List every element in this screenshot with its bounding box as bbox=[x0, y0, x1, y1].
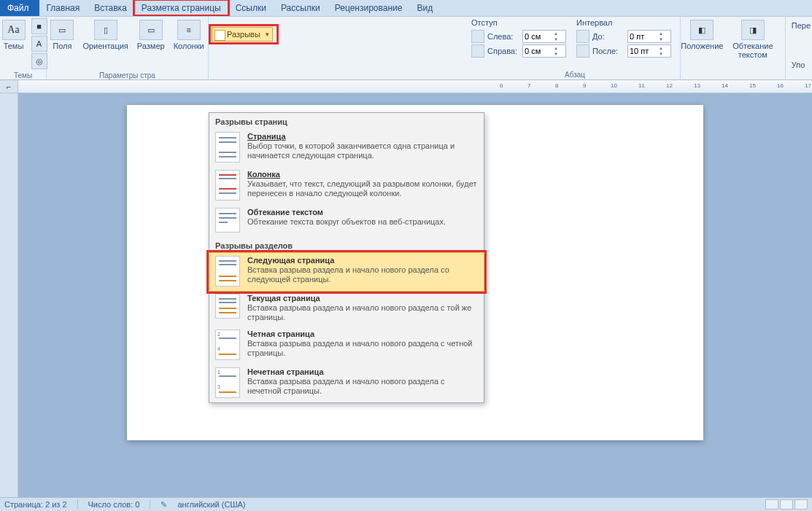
status-words[interactable]: Число слов: 0 bbox=[88, 500, 140, 509]
status-language[interactable]: английский (США) bbox=[177, 500, 245, 509]
indent-left-label: Слева: bbox=[487, 32, 519, 41]
indent-left-icon bbox=[471, 30, 484, 43]
indent-right-icon bbox=[471, 44, 484, 58]
tab-file[interactable]: Файл bbox=[0, 0, 39, 16]
continuous-section-icon bbox=[215, 294, 240, 319]
view-fullscreen[interactable] bbox=[780, 499, 793, 510]
tab-insert[interactable]: Вставка bbox=[87, 0, 134, 16]
ruler-tick: 13 bbox=[694, 82, 700, 89]
indent-right-label: Справа: bbox=[487, 47, 519, 55]
dd-page-break[interactable]: Страница Выбор точки, в которой заканчив… bbox=[209, 129, 484, 167]
orientation-icon: ▯ bbox=[94, 20, 117, 40]
spellcheck-icon[interactable]: ✎ bbox=[161, 500, 167, 510]
even-page-section-icon: 24 bbox=[215, 329, 240, 360]
tab-page-layout[interactable]: Разметка страницы bbox=[134, 0, 228, 16]
status-page[interactable]: Страница: 2 из 2 bbox=[4, 500, 67, 509]
dd-column-desc: Указывает, что текст, следующий за разры… bbox=[247, 179, 478, 198]
ruler-tick: 17 bbox=[805, 82, 811, 89]
spacing-before-input[interactable]: ▲▼ bbox=[627, 30, 671, 43]
spacing-after-label: После: bbox=[592, 47, 625, 55]
position-label: Положение bbox=[681, 42, 723, 50]
indent-header: Отступ bbox=[471, 18, 573, 27]
breaks-dropdown: Разрывы страниц Страница Выбор точки, в … bbox=[209, 112, 484, 403]
tab-strip: Файл Главная Вставка Разметка страницы С… bbox=[0, 0, 812, 16]
dd-even-desc: Вставка разрыва раздела и начало нового … bbox=[247, 339, 478, 358]
dd-cont-title: Текущая страница bbox=[247, 294, 478, 303]
dd-text-wrap-break[interactable]: Обтекание текстом Обтекание текста вокру… bbox=[209, 205, 484, 237]
tab-mailings[interactable]: Рассылки bbox=[274, 0, 328, 16]
position-button[interactable]: ◧Положение bbox=[684, 18, 721, 52]
dd-page-title: Страница bbox=[247, 132, 478, 141]
size-label: Размер bbox=[137, 42, 165, 50]
margins-button[interactable]: ▭Поля bbox=[47, 18, 77, 52]
dd-wrap-title: Обтекание текстом bbox=[247, 208, 478, 217]
ruler-tick: 14 bbox=[722, 82, 728, 89]
tab-links[interactable]: Ссылки bbox=[228, 0, 274, 16]
dd-next-desc: Вставка разрыва раздела и начало нового … bbox=[247, 265, 478, 284]
spacing-before-label: До: bbox=[592, 32, 625, 41]
ruler-corner: ⌐ bbox=[0, 80, 18, 93]
columns-icon: ≡ bbox=[177, 20, 201, 40]
dd-odd-desc: Вставка разрыва раздела и начало нового … bbox=[247, 377, 478, 396]
breaks-button[interactable]: Разрывы bbox=[212, 27, 273, 42]
text-wrap-break-icon bbox=[215, 208, 240, 233]
view-print-layout[interactable] bbox=[765, 499, 778, 510]
dd-wrap-desc: Обтекание текста вокруг объектов на веб-… bbox=[247, 217, 478, 227]
columns-button[interactable]: ≡Колонки bbox=[171, 18, 207, 52]
page-setup-group-label: Параметры стра bbox=[99, 71, 155, 81]
ruler-tick: 8 bbox=[555, 82, 558, 89]
orientation-button[interactable]: ▯Ориентация bbox=[80, 18, 131, 52]
margins-label: Поля bbox=[53, 42, 71, 50]
dd-header-sections: Разрывы разделов bbox=[209, 237, 484, 253]
position-icon: ◧ bbox=[690, 20, 714, 40]
column-break-icon bbox=[215, 170, 240, 200]
ruler-tick: 9 bbox=[583, 82, 586, 89]
dd-cont-desc: Вставка разрыва раздела и начало нового … bbox=[247, 303, 478, 322]
status-bar: Страница: 2 из 2 Число слов: 0 ✎ английс… bbox=[0, 497, 812, 511]
ruler-tick: 15 bbox=[749, 82, 756, 89]
ruler-tick: 16 bbox=[777, 82, 784, 89]
colors-icon[interactable]: ■ bbox=[31, 18, 47, 34]
ruler-horizontal: ⌐ 67891011121314151617 bbox=[0, 80, 812, 93]
arrange-truncated: Упо bbox=[792, 61, 805, 69]
indent-left-input[interactable]: ▲▼ bbox=[522, 30, 566, 43]
dd-column-title: Колонка bbox=[247, 170, 478, 179]
ruler-vertical bbox=[0, 93, 18, 497]
odd-page-section-icon: 13 bbox=[215, 367, 240, 398]
dd-even-page-section[interactable]: 24 Четная страница Вставка разрыва разде… bbox=[209, 327, 484, 364]
themes-icon: Aa bbox=[2, 20, 26, 40]
next-page-section-icon bbox=[215, 256, 240, 286]
dd-continuous-section[interactable]: Текущая страница Вставка разрыва раздела… bbox=[209, 291, 484, 327]
wrap-text-button[interactable]: ◨Обтекание текстом bbox=[724, 18, 782, 61]
themes-group-label: Темы bbox=[14, 71, 32, 81]
dd-odd-title: Нечетная страница bbox=[247, 367, 478, 376]
dd-column-break[interactable]: Колонка Указывает, что текст, следующий … bbox=[209, 167, 484, 205]
fonts-icon[interactable]: A bbox=[31, 36, 47, 52]
margins-icon: ▭ bbox=[50, 20, 74, 40]
dd-next-page-section[interactable]: Следующая страница Вставка разрыва разде… bbox=[209, 252, 484, 292]
themes-label: Темы bbox=[4, 42, 24, 50]
tab-review[interactable]: Рецензирование bbox=[328, 0, 410, 16]
paragraph-group-label: Абзац bbox=[471, 71, 678, 79]
dd-odd-page-section[interactable]: 13 Нечетная страница Вставка разрыва раз… bbox=[209, 364, 484, 402]
ruler-tick: 6 bbox=[500, 82, 503, 89]
ruler-tick: 12 bbox=[666, 82, 673, 89]
size-button[interactable]: ▭Размер bbox=[134, 18, 168, 52]
page-break-icon bbox=[215, 132, 240, 163]
workspace: Разрывы страниц Страница Выбор точки, в … bbox=[0, 93, 812, 497]
bring-forward-truncated[interactable]: Пере bbox=[792, 21, 811, 30]
view-web[interactable] bbox=[794, 499, 808, 510]
spacing-after-input[interactable]: ▲▼ bbox=[627, 44, 671, 58]
dd-even-title: Четная страница bbox=[247, 329, 478, 338]
indent-right-input[interactable]: ▲▼ bbox=[522, 44, 566, 58]
ruler-tick: 7 bbox=[527, 82, 530, 89]
themes-button[interactable]: Aa Темы bbox=[0, 18, 28, 52]
wrap-text-icon: ◨ bbox=[741, 20, 765, 40]
spacing-header: Интервал bbox=[576, 18, 678, 27]
effects-icon[interactable]: ◎ bbox=[31, 53, 47, 69]
dd-page-desc: Выбор точки, в которой заканчивается одн… bbox=[247, 141, 478, 160]
size-icon: ▭ bbox=[139, 20, 163, 40]
tab-view[interactable]: Вид bbox=[409, 0, 440, 16]
dd-next-title: Следующая страница bbox=[247, 256, 478, 265]
tab-home[interactable]: Главная bbox=[39, 0, 88, 16]
